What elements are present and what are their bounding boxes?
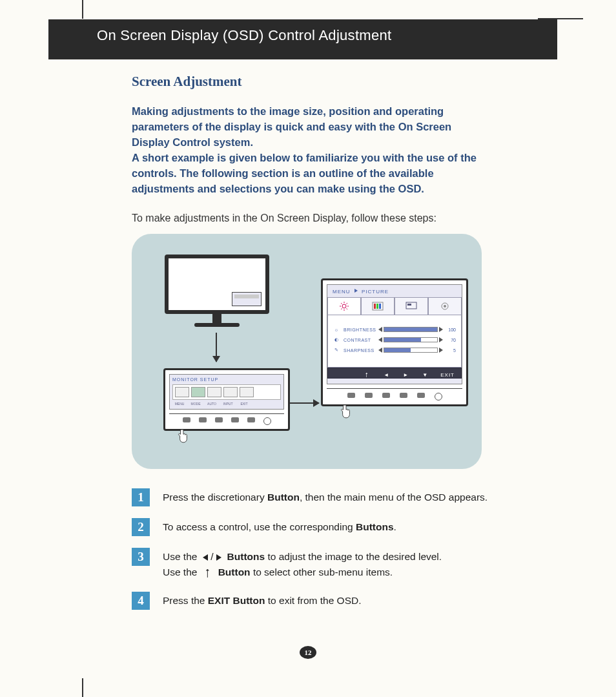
breadcrumb-a: MENU — [333, 289, 351, 295]
monitor-illustration — [165, 255, 269, 327]
osd-tab-menu-icon — [175, 387, 189, 397]
triangle-left-icon — [378, 348, 382, 353]
steps-lead: To make adjustments in the On Screen Dis… — [132, 213, 500, 224]
triangle-left-icon — [378, 337, 382, 342]
osd-nav-bar: ⭡ ◄ ► ▼ EXIT — [327, 368, 462, 379]
breadcrumb-b: PICTURE — [362, 289, 389, 295]
svg-rect-10 — [374, 304, 376, 309]
step-text: Use the / Buttons to adjust the image to… — [163, 548, 442, 580]
svg-line-7 — [341, 309, 342, 310]
sharpness-icon: ✎ — [333, 348, 340, 353]
page-number: 12 — [305, 649, 312, 656]
step-text: To access a control, use the correspondi… — [163, 518, 396, 535]
step-number-badge: 4 — [132, 592, 150, 610]
osd-setup-label: INPUT — [221, 401, 235, 406]
physical-button-icon — [183, 417, 190, 422]
arrow-down-icon — [216, 333, 217, 362]
page-title: On Screen Display (OSD) Control Adjustme… — [97, 27, 391, 44]
osd-picture-body: ☼ BRIGHTNESS 100 ◐ CONTRAST — [327, 315, 462, 368]
nav-exit-label: EXIT — [440, 372, 455, 378]
contrast-icon: ◐ — [333, 337, 340, 342]
steps-list: 1 Press the discretionary Button, then t… — [132, 488, 493, 621]
page-header: On Screen Display (OSD) Control Adjustme… — [48, 19, 557, 59]
nav-left-icon: ◄ — [382, 372, 390, 378]
triangle-right-icon — [439, 348, 443, 353]
step-item: 4 Press the EXIT Button to exit from the… — [132, 592, 493, 610]
osd-setup-label: MODE — [189, 401, 203, 406]
physical-button-icon — [400, 393, 407, 398]
osd-setup-label: EXIT — [237, 401, 251, 406]
hand-press-icon — [178, 428, 189, 444]
osd-tab-mode-icon — [191, 387, 205, 397]
content-block: Screen Adjustment Making adjustments to … — [132, 74, 500, 224]
triangle-left-icon — [378, 327, 382, 332]
svg-rect-11 — [376, 304, 378, 309]
physical-button-icon — [382, 393, 390, 398]
intro-paragraph-1: Making adjustments to the image size, po… — [132, 104, 480, 151]
step-item: 1 Press the discretionary Button, then t… — [132, 488, 493, 506]
arrow-right-icon — [289, 402, 319, 404]
slider — [384, 348, 438, 353]
svg-line-5 — [341, 303, 342, 304]
svg-rect-14 — [407, 304, 411, 306]
intro-paragraph-2: A short example is given below to famili… — [132, 151, 480, 197]
crop-mark — [82, 0, 83, 19]
step-number-badge: 2 — [132, 518, 150, 536]
osd-tab-settings-icon — [428, 297, 462, 315]
page-number-badge: 12 — [300, 646, 316, 663]
brightness-icon: ☼ — [333, 328, 340, 332]
power-button-icon — [435, 393, 442, 401]
illustration-panel: MONITOR SETUP MENU MODE AUTO INPUT EXIT — [132, 234, 482, 469]
nav-up-icon: ⭡ — [363, 372, 371, 378]
slider — [384, 327, 438, 332]
physical-button-icon — [347, 393, 355, 398]
slider — [384, 337, 438, 342]
osd-row-brightness: ☼ BRIGHTNESS 100 — [333, 327, 456, 332]
triangle-right-icon — [439, 327, 443, 332]
physical-button-icon — [417, 393, 425, 398]
physical-button-icon — [215, 417, 223, 422]
svg-rect-12 — [379, 304, 381, 309]
step-text: Press the EXIT Button to exit from the O… — [163, 592, 362, 609]
osd-row-sharpness: ✎ SHARPNESS 5 — [333, 348, 456, 353]
osd-setup-panel: MONITOR SETUP MENU MODE AUTO INPUT EXIT — [163, 368, 290, 431]
physical-button-icon — [365, 393, 373, 398]
osd-tab-input-icon — [223, 387, 238, 397]
svg-line-6 — [347, 309, 348, 310]
hand-press-icon — [340, 404, 352, 419]
physical-button-icon — [199, 417, 207, 422]
osd-breadcrumb: MENU PICTURE — [327, 285, 462, 297]
osd-setup-label: AUTO — [205, 401, 219, 406]
osd-tab-brightness-icon — [327, 297, 361, 315]
step-item: 2 To access a control, use the correspon… — [132, 518, 493, 536]
step-number-badge: 3 — [132, 548, 150, 566]
osd-row-label: BRIGHTNESS — [344, 328, 380, 332]
power-button-icon — [263, 417, 271, 425]
osd-row-label: CONTRAST — [344, 338, 380, 342]
step-item: 3 Use the / Buttons to adjust the image … — [132, 548, 493, 580]
crop-mark — [82, 678, 83, 697]
svg-point-0 — [342, 304, 346, 308]
step-number-badge: 1 — [132, 488, 150, 506]
osd-row-value: 5 — [442, 348, 456, 353]
triangle-right-icon — [439, 337, 443, 342]
osd-row-value: 100 — [442, 328, 456, 332]
osd-setup-label: MENU — [172, 401, 187, 406]
physical-button-icon — [247, 417, 255, 422]
nav-right-icon: ► — [402, 372, 409, 378]
physical-button-icon — [231, 417, 239, 422]
osd-row-label: SHARPNESS — [344, 348, 380, 353]
osd-row-contrast: ◐ CONTRAST 70 — [333, 337, 456, 342]
svg-point-16 — [444, 305, 446, 307]
chevron-right-icon — [354, 289, 358, 293]
osd-setup-title: MONITOR SETUP — [172, 377, 281, 382]
osd-picture-panel: MENU PICTURE — [321, 278, 468, 406]
svg-line-8 — [347, 303, 348, 304]
osd-tab-auto-icon — [207, 387, 221, 397]
osd-tab-color-icon — [361, 297, 395, 315]
osd-mini-icon — [232, 292, 262, 306]
osd-tab-exit-icon — [240, 387, 254, 397]
osd-row-value: 70 — [442, 338, 456, 342]
nav-down-icon: ▼ — [421, 372, 429, 378]
manual-page: On Screen Display (OSD) Control Adjustme… — [0, 0, 616, 697]
